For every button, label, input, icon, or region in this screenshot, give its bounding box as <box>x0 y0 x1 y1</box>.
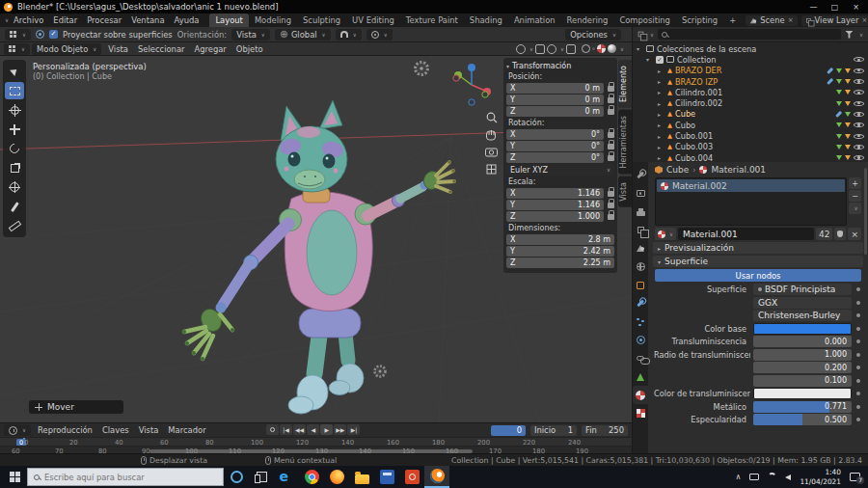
taskbar-search[interactable] <box>27 468 224 486</box>
scene-selector[interactable]: Scene × <box>746 15 797 26</box>
lock-icon[interactable] <box>608 97 614 103</box>
breadcrumb-object[interactable]: Cube <box>666 165 689 175</box>
active-tool-hint[interactable]: Mover <box>29 400 123 414</box>
outliner-object-row[interactable]: ▸▲Cubo <box>633 120 868 130</box>
viewport-menu-item[interactable]: Vista <box>103 44 133 54</box>
visibility-eye-icon[interactable] <box>854 121 864 130</box>
tab-object[interactable] <box>633 276 648 294</box>
disclosure-triangle-icon[interactable]: ▸ <box>658 78 665 85</box>
transform-panel-header[interactable]: ▾ Transformación <box>506 60 614 71</box>
tab-texture[interactable] <box>633 404 648 422</box>
lock-icon[interactable] <box>608 203 614 208</box>
animate-dot[interactable] <box>854 379 862 383</box>
tool-settings-editor-button[interactable]: ∨ <box>5 29 31 41</box>
object-name[interactable]: Cubo.001 <box>675 131 713 141</box>
material-slot-list[interactable]: Material.002 <box>655 177 847 226</box>
navigation-gizmo[interactable] <box>453 64 491 105</box>
visibility-eye-icon[interactable] <box>854 131 864 141</box>
lock-icon[interactable] <box>608 132 614 138</box>
snapping-dropdown[interactable]: ∨ <box>336 29 362 41</box>
workspace-tab-sculpting[interactable]: Sculpting <box>297 14 346 27</box>
tab-material[interactable] <box>633 386 648 404</box>
add-material-slot-button[interactable]: + <box>849 177 861 189</box>
timeline-editor-button[interactable]: ∨ <box>4 424 31 436</box>
tab-constraints[interactable] <box>633 349 648 367</box>
subsurface-method-dropdown[interactable]: Christensen-Burley <box>753 310 852 321</box>
visibility-eye-icon[interactable] <box>854 109 864 119</box>
frame-start-field[interactable]: Inicio 1 <box>530 425 577 436</box>
move-tool-button[interactable] <box>5 121 24 138</box>
tab-active-tool[interactable] <box>633 166 648 184</box>
scale-x-field[interactable]: X1.146 <box>506 188 604 199</box>
position-x-field[interactable]: X0 m <box>506 83 604 94</box>
orientation-dropdown[interactable]: Vista ∨ <box>231 29 270 41</box>
scale-y-field[interactable]: Y1.146 <box>506 200 604 210</box>
sidebar-tab-elemento[interactable]: Elemento <box>618 60 632 108</box>
unlink-material-button[interactable]: × <box>848 228 861 240</box>
jump-to-end-button[interactable]: ▶| <box>347 424 360 435</box>
collection-name[interactable]: Collection <box>677 55 717 65</box>
camera-view-gizmo[interactable] <box>486 149 498 156</box>
disclosure-triangle-icon[interactable]: ▸ <box>658 154 665 161</box>
outliner-object-row[interactable]: ▸▲BRAZO DER <box>633 66 868 76</box>
toggle-xray-icon[interactable] <box>566 44 576 54</box>
material-slot-row[interactable]: Material.002 <box>657 179 845 192</box>
tab-object-data[interactable] <box>633 367 648 386</box>
lock-icon[interactable] <box>608 86 614 92</box>
zoom-view-gizmo[interactable] <box>487 113 497 122</box>
minimize-button[interactable]: — <box>805 3 822 12</box>
topbar-menu-item[interactable]: Editar <box>48 15 82 25</box>
topbar-menu-item[interactable]: Archivo <box>9 15 48 25</box>
object-name[interactable]: Cubo.004 <box>675 153 713 162</box>
topbar-menu-item[interactable]: Procesar <box>82 15 126 25</box>
workspace-tab-layout[interactable]: Layout <box>209 14 248 27</box>
outliner-object-row[interactable]: ▸▲Cubo.001 <box>633 130 868 141</box>
snap-target-icon[interactable] <box>36 30 44 39</box>
cursor-tool-button[interactable] <box>5 101 24 119</box>
tab-render[interactable] <box>633 184 648 203</box>
select-box-tool-button[interactable] <box>5 82 24 99</box>
viewport-3d[interactable]: Personalizada (perspectiva) (0) Collecti… <box>0 56 632 422</box>
timeline-menu-item[interactable]: Marcador <box>163 425 210 435</box>
workspace-tab-texture-paint[interactable]: Texture Paint <box>400 14 464 27</box>
project-onto-surfaces-checkbox[interactable]: ✓ <box>49 30 58 39</box>
workspace-tab-rendering[interactable]: Rendering <box>561 14 614 27</box>
next-keyframe-button[interactable]: ▶▶ <box>334 424 346 435</box>
shading-rendered-button[interactable] <box>608 44 616 53</box>
blue-app-button[interactable] <box>374 466 399 488</box>
transform-orientation-dropdown[interactable]: Global ∨ <box>275 29 331 41</box>
rotation-mode-dropdown[interactable]: Euler XYZ∨ <box>506 164 614 176</box>
timeline-menu-item[interactable]: Vista <box>134 425 164 435</box>
cortana-button[interactable] <box>224 466 249 488</box>
rotate-tool-button[interactable] <box>5 140 24 157</box>
visibility-eye-icon[interactable] <box>854 55 864 65</box>
move-view-gizmo[interactable] <box>487 130 496 140</box>
specular-slider[interactable]: 0.500 <box>753 414 852 425</box>
object-name[interactable]: Cubo.003 <box>675 142 713 151</box>
visibility-eye-icon[interactable] <box>854 66 864 75</box>
outliner-search-input[interactable] <box>658 29 841 40</box>
disclosure-triangle-icon[interactable]: ▸ <box>658 100 665 107</box>
gear-object-bottom[interactable] <box>375 366 386 377</box>
outliner-object-row[interactable]: ▸▲Cubo.003 <box>633 142 868 152</box>
animate-dot[interactable] <box>854 287 862 291</box>
unlink-view-layer-icon[interactable]: × <box>861 16 867 24</box>
object-name[interactable]: BRAZO IZP <box>675 77 718 87</box>
workspace-tab-animation[interactable]: Animation <box>508 14 561 27</box>
add-workspace-button[interactable]: + <box>723 14 742 27</box>
object-name[interactable]: Cilindro.001 <box>675 88 722 97</box>
show-overlays-icon[interactable] <box>547 44 556 54</box>
visibility-eye-icon[interactable] <box>854 142 864 151</box>
tab-modifiers[interactable] <box>633 294 648 312</box>
play-reverse-button[interactable]: ◀ <box>307 424 319 435</box>
viewport-menu-item[interactable]: Seleccionar <box>133 44 190 54</box>
tray-expand-icon[interactable]: ∧ <box>736 473 742 481</box>
maximize-button[interactable]: □ <box>827 3 843 12</box>
outliner-object-row[interactable]: ▸▲BRAZO IZP <box>633 76 868 87</box>
chrome-app-button[interactable] <box>299 466 324 488</box>
viewport-menu-item[interactable]: Agregar <box>189 44 231 54</box>
disclosure-triangle-icon[interactable]: ▸ <box>658 122 665 128</box>
animate-dot[interactable] <box>854 366 862 369</box>
animate-dot[interactable] <box>854 353 862 357</box>
tab-world[interactable] <box>633 258 648 276</box>
